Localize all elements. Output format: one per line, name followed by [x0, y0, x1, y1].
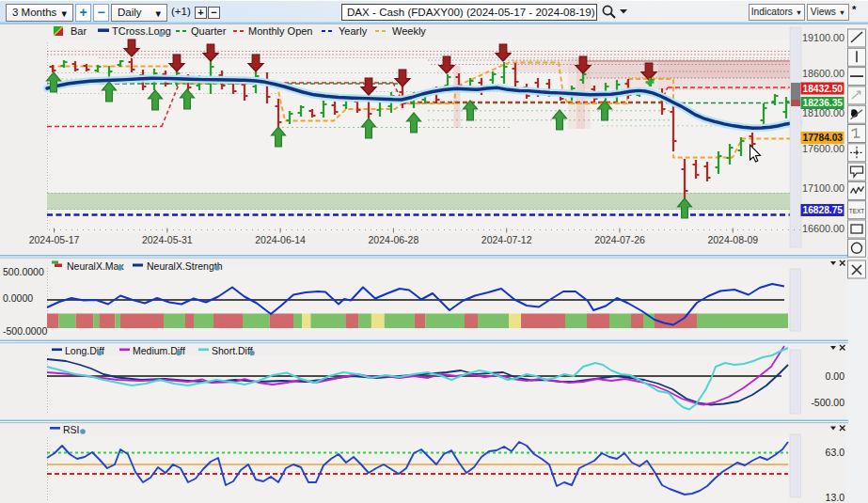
- svg-text:18236.35: 18236.35: [803, 98, 844, 108]
- svg-text:Monthly Open: Monthly Open: [248, 25, 312, 37]
- svg-text:2024-05-31: 2024-05-31: [142, 234, 193, 245]
- svg-text:17100.00: 17100.00: [802, 182, 844, 194]
- svg-text:-500.00: -500.00: [811, 397, 844, 408]
- svg-text:Quarter: Quarter: [191, 25, 227, 37]
- svg-text:Weekly: Weekly: [392, 25, 426, 37]
- svg-text:2024-05-17: 2024-05-17: [29, 234, 80, 245]
- svg-text:2024-07-26: 2024-07-26: [594, 234, 645, 245]
- svg-text:17784.03: 17784.03: [803, 133, 844, 143]
- svg-text:-500.0000: -500.0000: [3, 325, 47, 337]
- svg-text:13.0: 13.0: [826, 492, 845, 503]
- svg-text:TEXT: TEXT: [849, 208, 865, 214]
- svg-text:19100.00: 19100.00: [802, 32, 844, 43]
- svg-text:16828.75: 16828.75: [803, 205, 844, 215]
- svg-text:0.00: 0.00: [826, 370, 845, 382]
- svg-text:2024-06-14: 2024-06-14: [255, 234, 306, 245]
- svg-text:Short.Diff: Short.Diff: [212, 345, 253, 356]
- svg-text:500.0000: 500.0000: [3, 266, 44, 277]
- svg-text:17600.00: 17600.00: [802, 143, 844, 154]
- svg-text:2024-08-09: 2024-08-09: [707, 234, 758, 245]
- svg-text:RSI: RSI: [63, 424, 80, 435]
- svg-text:NeuralX.Max: NeuralX.Max: [67, 260, 124, 272]
- svg-text:18432.50: 18432.50: [803, 84, 844, 94]
- svg-text:16600.00: 16600.00: [802, 223, 844, 234]
- svg-text:NeuralX.Strength: NeuralX.Strength: [147, 260, 223, 272]
- svg-text:18100.00: 18100.00: [802, 107, 844, 118]
- svg-text:2024-07-12: 2024-07-12: [481, 234, 532, 245]
- svg-text:2024-06-28: 2024-06-28: [369, 234, 419, 245]
- svg-text:Bar: Bar: [71, 25, 87, 37]
- svg-text:0.0000: 0.0000: [3, 292, 33, 304]
- svg-text:63.0: 63.0: [826, 447, 845, 458]
- svg-text:18600.00: 18600.00: [802, 68, 844, 79]
- svg-text:Yearly: Yearly: [339, 25, 368, 37]
